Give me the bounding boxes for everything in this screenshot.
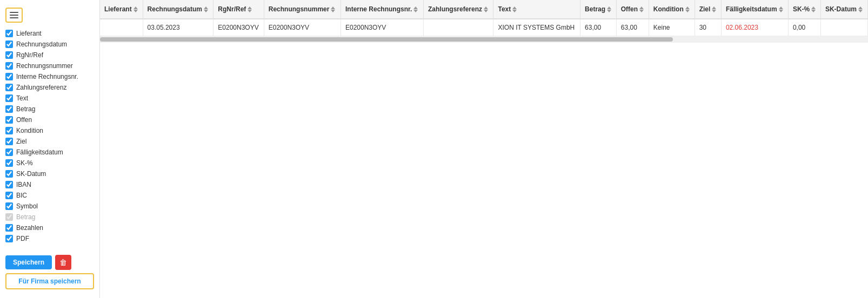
- col-header-offen[interactable]: Offen: [616, 0, 649, 19]
- checkbox-faelligkeitsdatum[interactable]: [5, 148, 13, 156]
- col-header-lieferant[interactable]: Lieferant: [100, 0, 143, 19]
- checkbox-item-skprozent[interactable]: SK-%: [5, 158, 94, 168]
- sort-arrows-betrag: [607, 6, 611, 12]
- col-header-zahlungsreferenz[interactable]: Zahlungsreferenz: [424, 0, 493, 19]
- checkbox-list: LieferantRechnungsdatumRgNr/RefRechnungs…: [0, 28, 99, 250]
- checkbox-label-iban: IBAN: [16, 181, 31, 188]
- sort-up-text: [512, 6, 517, 9]
- checkbox-kondition[interactable]: [5, 127, 13, 134]
- cell-offen: 63,00: [616, 19, 649, 36]
- checkbox-label-rgnrref: RgNr/Ref: [16, 51, 43, 59]
- sort-up-betrag: [607, 6, 611, 9]
- checkbox-rechnungsnummer[interactable]: [5, 62, 13, 70]
- checkbox-skdatum[interactable]: [5, 170, 13, 178]
- checkbox-item-symbol[interactable]: Symbol: [5, 201, 94, 212]
- checkbox-rechnungsdatum[interactable]: [5, 40, 13, 48]
- col-header-rgnrref[interactable]: RgNr/Ref: [213, 0, 264, 19]
- checkbox-item-faelligkeitsdatum[interactable]: Fälligkeitsdatum: [5, 147, 94, 158]
- sort-down-rgnrref: [248, 10, 252, 12]
- cell-rgnrref: E0200N3OYV: [213, 19, 264, 36]
- checkbox-label-skprozent: SK-%: [16, 159, 33, 167]
- col-header-interne_rechnungsnr[interactable]: Interne Rechnungsnr.: [340, 0, 423, 19]
- col-header-rechnungsdatum[interactable]: Rechnungsdatum: [143, 0, 213, 19]
- checkbox-item-lieferant[interactable]: Lieferant: [5, 28, 94, 39]
- sort-up-ziel: [712, 6, 716, 9]
- checkbox-ziel[interactable]: [5, 138, 13, 145]
- checkbox-text[interactable]: [5, 94, 13, 102]
- checkbox-item-offen[interactable]: Offen: [5, 114, 94, 125]
- checkbox-rgnrref[interactable]: [5, 51, 13, 59]
- col-label-interne_rechnungsnr: Interne Rechnungsnr.: [345, 5, 412, 13]
- menu-icon: [10, 12, 18, 18]
- checkbox-internerechnsnr[interactable]: [5, 73, 13, 80]
- sort-arrows-rgnrref: [248, 6, 252, 12]
- checkbox-item-text[interactable]: Text: [5, 93, 94, 104]
- checkbox-item-rechnungsdatum[interactable]: Rechnungsdatum: [5, 39, 94, 50]
- col-header-rechnungsnummer[interactable]: Rechnungsnummer: [264, 0, 340, 19]
- checkbox-item-betrag[interactable]: Betrag: [5, 104, 94, 114]
- checkbox-item-kondition[interactable]: Kondition: [5, 125, 94, 136]
- speichern-button[interactable]: Speichern: [5, 255, 52, 269]
- checkbox-pdf[interactable]: [5, 235, 13, 242]
- main-content: LieferantRechnungsdatumRgNr/RefRechnungs…: [100, 0, 868, 298]
- cell-zahlungsreferenz: [424, 19, 493, 36]
- cell-lieferant: [100, 19, 143, 36]
- checkbox-item-rechnungsnummer[interactable]: Rechnungsnummer: [5, 60, 94, 71]
- checkbox-lieferant[interactable]: [5, 30, 13, 37]
- sort-up-faelligkeitsdatum: [779, 6, 783, 9]
- trash-icon: 🗑: [59, 258, 67, 267]
- col-header-faelligkeitsdatum[interactable]: Fälligkeitsdatum: [721, 0, 788, 19]
- checkbox-betrag[interactable]: [5, 105, 13, 113]
- sort-arrows-rechnungsnummer: [331, 6, 335, 12]
- sort-up-zahlungsreferenz: [484, 6, 488, 9]
- sort-down-interne_rechnungsnr: [413, 10, 418, 12]
- checkbox-item-bic[interactable]: BIC: [5, 190, 94, 201]
- scrollbar-thumb: [100, 37, 673, 42]
- sort-arrows-offen: [639, 6, 644, 12]
- checkbox-item-internerechnsnr[interactable]: Interne Rechnungsnr.: [5, 71, 94, 82]
- checkbox-item-zahlungsreferenz[interactable]: Zahlungsreferenz: [5, 82, 94, 93]
- cell-skprozent: 0,00: [788, 19, 820, 36]
- checkbox-skprozent[interactable]: [5, 159, 13, 167]
- sort-arrows-text: [512, 6, 517, 12]
- checkbox-item-skdatum[interactable]: SK-Datum: [5, 168, 94, 179]
- col-header-skdatum[interactable]: SK-Datum: [820, 0, 867, 19]
- checkbox-symbol[interactable]: [5, 202, 13, 210]
- checkbox-label-bezahlen: Bezahlen: [16, 224, 43, 232]
- checkbox-item-iban[interactable]: IBAN: [5, 179, 94, 190]
- horizontal-scrollbar[interactable]: [100, 36, 868, 43]
- col-header-skprozent[interactable]: SK-%: [788, 0, 820, 19]
- sort-arrows-rechnungsdatum: [204, 6, 208, 12]
- col-header-kondition[interactable]: Kondition: [649, 0, 695, 19]
- checkbox-offen[interactable]: [5, 116, 13, 124]
- checkbox-label-lieferant: Lieferant: [16, 30, 42, 37]
- checkbox-item-ziel[interactable]: Ziel: [5, 136, 94, 147]
- sidebar: LieferantRechnungsdatumRgNr/RefRechnungs…: [0, 0, 100, 298]
- checkbox-iban[interactable]: [5, 181, 13, 188]
- checkbox-bezahlen[interactable]: [5, 224, 13, 232]
- firma-speichern-button[interactable]: Für Firma speichern: [5, 273, 94, 289]
- checkbox-zahlungsreferenz[interactable]: [5, 84, 13, 91]
- checkbox-betrag2[interactable]: [5, 213, 13, 221]
- sort-up-rechnungsnummer: [331, 6, 335, 9]
- checkbox-item-pdf[interactable]: PDF: [5, 233, 94, 244]
- cell-rechnungsnummer: E0200N3OYV: [264, 19, 340, 36]
- sort-down-lieferant: [133, 10, 138, 12]
- col-header-betrag[interactable]: Betrag: [580, 0, 617, 19]
- checkbox-item-betrag2[interactable]: Betrag: [5, 212, 94, 222]
- col-header-text[interactable]: Text: [493, 0, 580, 19]
- checkbox-item-rgnrref[interactable]: RgNr/Ref: [5, 50, 94, 60]
- table-row[interactable]: 03.05.2023E0200N3OYVE0200N3OYVE0200N3OYV…: [100, 19, 868, 36]
- checkbox-label-kondition: Kondition: [16, 127, 43, 134]
- menu-button[interactable]: [5, 8, 23, 23]
- checkbox-bic[interactable]: [5, 192, 13, 199]
- delete-button[interactable]: 🗑: [55, 255, 71, 270]
- checkbox-item-bezahlen[interactable]: Bezahlen: [5, 222, 94, 233]
- checkbox-label-betrag: Betrag: [16, 105, 35, 113]
- col-header-ziel[interactable]: Ziel: [695, 0, 721, 19]
- sort-down-betrag: [607, 10, 611, 12]
- col-label-rechnungsdatum: Rechnungsdatum: [148, 5, 202, 13]
- sort-arrows-faelligkeitsdatum: [779, 6, 783, 12]
- table-wrapper[interactable]: LieferantRechnungsdatumRgNr/RefRechnungs…: [100, 0, 868, 298]
- checkbox-label-bic: BIC: [16, 192, 27, 199]
